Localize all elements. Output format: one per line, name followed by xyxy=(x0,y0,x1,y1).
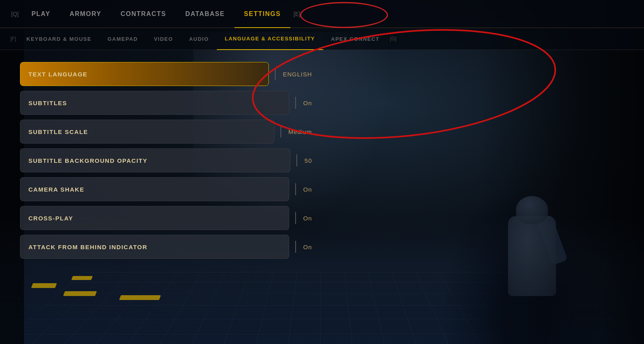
subnav-gamepad[interactable]: GAMEPAD xyxy=(100,28,146,50)
setting-value-subtitles[interactable]: On xyxy=(295,91,320,115)
q-bracket: [Q] xyxy=(8,11,22,17)
nav-armory[interactable]: ARMORY xyxy=(60,0,111,28)
setting-value-text-language[interactable]: ENGLISH xyxy=(275,62,320,86)
setting-value-cross-play[interactable]: On xyxy=(295,206,320,230)
subnav-keyboard[interactable]: KEYBOARD & MOUSE xyxy=(18,28,100,50)
setting-row-cross-play: CROSS-PLAY On xyxy=(20,206,320,230)
setting-label-cross-play[interactable]: CROSS-PLAY xyxy=(20,206,289,230)
setting-label-camera-shake[interactable]: CAMERA SHAKE xyxy=(20,177,289,201)
subnav-video[interactable]: VIDEO xyxy=(146,28,181,50)
setting-value-subtitle-scale[interactable]: Medium xyxy=(280,120,320,144)
setting-value-attack-indicator[interactable]: On xyxy=(295,235,320,259)
setting-value-subtitle-bg-opacity[interactable]: 50 xyxy=(296,148,320,172)
subnav-apex[interactable]: APEX CONNECT xyxy=(323,28,388,50)
nav-play[interactable]: PLAY xyxy=(22,0,60,28)
nav-database[interactable]: DATABASE xyxy=(176,0,234,28)
setting-row-subtitle-bg-opacity: SUBTITLE BACKGROUND OPACITY 50 xyxy=(20,148,320,172)
setting-row-text-language: TEXT LANGUAGE ENGLISH xyxy=(20,62,320,86)
subnav-language[interactable]: LANGUAGE & ACCESSIBILITY xyxy=(217,28,323,50)
sub-nav: [F] KEYBOARD & MOUSE GAMEPAD VIDEO AUDIO… xyxy=(0,28,644,50)
setting-row-camera-shake: CAMERA SHAKE On xyxy=(20,177,320,201)
top-nav: [Q] PLAY ARMORY CONTRACTS DATABASE SETTI… xyxy=(0,0,644,28)
nav-settings[interactable]: SETTINGS xyxy=(234,0,290,28)
setting-label-text-language[interactable]: TEXT LANGUAGE xyxy=(20,62,269,86)
setting-label-subtitle-scale[interactable]: SUBTITLE SCALE xyxy=(20,120,274,144)
setting-row-attack-indicator: ATTACK FROM BEHIND INDICATOR On xyxy=(20,235,320,259)
nav-contracts[interactable]: CONTRACTS xyxy=(111,0,176,28)
f-bracket: [F] xyxy=(8,36,18,42)
e-bracket: [E] xyxy=(290,11,304,17)
g-bracket: [G] xyxy=(388,36,399,42)
setting-row-subtitle-scale: SUBTITLE SCALE Medium xyxy=(20,120,320,144)
setting-value-camera-shake[interactable]: On xyxy=(295,177,320,201)
settings-content: TEXT LANGUAGE ENGLISH SUBTITLES On SUBTI… xyxy=(0,50,340,276)
ui-container: [Q] PLAY ARMORY CONTRACTS DATABASE SETTI… xyxy=(0,0,644,344)
setting-label-attack-indicator[interactable]: ATTACK FROM BEHIND INDICATOR xyxy=(20,235,289,259)
setting-row-subtitles: SUBTITLES On xyxy=(20,91,320,115)
subnav-audio[interactable]: AUDIO xyxy=(181,28,217,50)
setting-label-subtitles[interactable]: SUBTITLES xyxy=(20,91,289,115)
setting-label-subtitle-bg-opacity[interactable]: SUBTITLE BACKGROUND OPACITY xyxy=(20,148,290,172)
